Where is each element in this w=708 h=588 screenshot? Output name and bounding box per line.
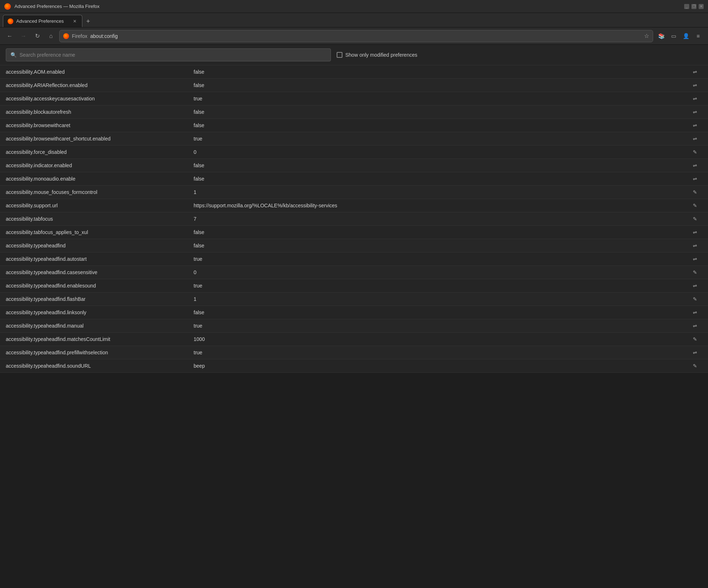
- table-row[interactable]: accessibility.typeaheadfind.linksonlyfal…: [0, 306, 708, 319]
- toggle-button[interactable]: ⇌: [690, 120, 700, 130]
- table-row[interactable]: accessibility.force_disabled0✎: [0, 146, 708, 159]
- edit-button[interactable]: ✎: [690, 214, 700, 224]
- pref-value: false: [194, 122, 688, 128]
- pref-value: false: [194, 243, 688, 248]
- table-row[interactable]: accessibility.typeaheadfind.casesensitiv…: [0, 266, 708, 279]
- pref-name: accessibility.typeaheadfind.soundURL: [6, 363, 194, 369]
- pref-value: true: [194, 136, 688, 142]
- search-input-wrapper[interactable]: 🔍: [6, 48, 331, 61]
- tab-label: Advanced Preferences: [16, 18, 69, 24]
- edit-button[interactable]: ✎: [690, 267, 700, 277]
- pref-value: false: [194, 229, 688, 235]
- edit-button[interactable]: ✎: [690, 294, 700, 304]
- modified-prefs-text: Show only modified preferences: [345, 52, 417, 58]
- home-button[interactable]: ⌂: [46, 31, 56, 42]
- pref-value: 1: [194, 296, 688, 302]
- tab-advanced-preferences[interactable]: Advanced Preferences ✕: [3, 15, 82, 27]
- pref-value: false: [194, 310, 688, 315]
- table-row[interactable]: accessibility.indicator.enabledfalse⇌: [0, 159, 708, 172]
- minimize-button[interactable]: _: [684, 4, 689, 9]
- toolbar-right: 📚 ▭ 👤 ≡: [656, 31, 704, 42]
- pref-value: 1000: [194, 336, 688, 342]
- pref-name: accessibility.accesskeycausesactivation: [6, 96, 194, 101]
- table-row[interactable]: accessibility.typeaheadfind.prefillwiths…: [0, 346, 708, 359]
- edit-button[interactable]: ✎: [690, 147, 700, 157]
- back-button[interactable]: ←: [4, 31, 15, 42]
- pref-name: accessibility.indicator.enabled: [6, 163, 194, 168]
- pref-name: accessibility.AOM.enabled: [6, 69, 194, 75]
- pref-value: true: [194, 323, 688, 329]
- forward-button[interactable]: →: [18, 31, 29, 42]
- pref-name: accessibility.blockautorefresh: [6, 109, 194, 115]
- menu-button[interactable]: ≡: [693, 31, 704, 42]
- sidebar-button[interactable]: ▭: [668, 31, 679, 42]
- restore-button[interactable]: ❐: [691, 4, 696, 9]
- toggle-button[interactable]: ⇌: [690, 80, 700, 90]
- toggle-button[interactable]: ⇌: [690, 107, 700, 117]
- table-row[interactable]: accessibility.typeaheadfind.manualtrue⇌: [0, 319, 708, 333]
- table-row[interactable]: accessibility.monoaudio.enablefalse⇌: [0, 172, 708, 186]
- table-row[interactable]: accessibility.browsewithcaretfalse⇌: [0, 119, 708, 132]
- toggle-button[interactable]: ⇌: [690, 67, 700, 77]
- table-row[interactable]: accessibility.ARIAReflection.enabledfals…: [0, 79, 708, 92]
- toggle-button[interactable]: ⇌: [690, 227, 700, 237]
- table-row[interactable]: accessibility.typeaheadfindfalse⇌: [0, 239, 708, 252]
- table-row[interactable]: accessibility.AOM.enabledfalse⇌: [0, 65, 708, 79]
- table-row[interactable]: accessibility.typeaheadfind.flashBar1✎: [0, 293, 708, 306]
- search-input[interactable]: [20, 52, 326, 58]
- pref-value: beep: [194, 363, 688, 369]
- reload-button[interactable]: ↻: [32, 31, 43, 42]
- search-bar-container: 🔍 Show only modified preferences: [0, 45, 708, 65]
- account-button[interactable]: 👤: [681, 31, 691, 42]
- table-row[interactable]: accessibility.accesskeycausesactivationt…: [0, 92, 708, 105]
- toggle-button[interactable]: ⇌: [690, 281, 700, 291]
- pref-name: accessibility.typeaheadfind.prefillwiths…: [6, 350, 194, 355]
- preferences-scroll-area[interactable]: accessibility.AOM.enabledfalse⇌accessibi…: [0, 65, 708, 588]
- nav-bar: ← → ↻ ⌂ Firefox about:config ☆ 📚 ▭ 👤 ≡: [0, 27, 708, 45]
- pref-value: true: [194, 350, 688, 355]
- toggle-button[interactable]: ⇌: [690, 94, 700, 104]
- pref-name: accessibility.typeaheadfind.casesensitiv…: [6, 269, 194, 275]
- table-row[interactable]: accessibility.tabfocus7✎: [0, 212, 708, 226]
- edit-button[interactable]: ✎: [690, 187, 700, 197]
- tab-close-button[interactable]: ✕: [72, 18, 78, 24]
- pref-value: https://support.mozilla.org/%LOCALE%/kb/…: [194, 203, 688, 208]
- table-row[interactable]: accessibility.typeaheadfind.soundURLbeep…: [0, 359, 708, 373]
- table-row[interactable]: accessibility.tabfocus_applies_to_xulfal…: [0, 226, 708, 239]
- pref-value: true: [194, 283, 688, 289]
- table-row[interactable]: accessibility.support.urlhttps://support…: [0, 199, 708, 212]
- table-row[interactable]: accessibility.mouse_focuses_formcontrol1…: [0, 186, 708, 199]
- toggle-button[interactable]: ⇌: [690, 307, 700, 317]
- pref-name: accessibility.mouse_focuses_formcontrol: [6, 189, 194, 195]
- pref-name: accessibility.typeaheadfind.enablesound: [6, 283, 194, 289]
- table-row[interactable]: accessibility.blockautorefreshfalse⇌: [0, 105, 708, 119]
- new-tab-button[interactable]: +: [82, 16, 94, 27]
- toggle-button[interactable]: ⇌: [690, 174, 700, 184]
- table-row[interactable]: accessibility.typeaheadfind.autostarttru…: [0, 252, 708, 266]
- toggle-button[interactable]: ⇌: [690, 160, 700, 170]
- modified-prefs-label[interactable]: Show only modified preferences: [337, 52, 417, 58]
- table-row[interactable]: accessibility.typeaheadfind.matchesCount…: [0, 333, 708, 346]
- pref-name: accessibility.typeaheadfind.matchesCount…: [6, 336, 194, 342]
- library-button[interactable]: 📚: [656, 31, 667, 42]
- close-button[interactable]: ✕: [699, 4, 704, 9]
- toggle-button[interactable]: ⇌: [690, 321, 700, 331]
- table-row[interactable]: accessibility.typeaheadfind.enablesoundt…: [0, 279, 708, 293]
- edit-button[interactable]: ✎: [690, 200, 700, 211]
- edit-button[interactable]: ✎: [690, 334, 700, 344]
- preferences-table: accessibility.AOM.enabledfalse⇌accessibi…: [0, 65, 708, 373]
- pref-value: false: [194, 69, 688, 75]
- toggle-button[interactable]: ⇌: [690, 254, 700, 264]
- toggle-button[interactable]: ⇌: [690, 347, 700, 358]
- address-url: about:config: [90, 33, 118, 39]
- toggle-button[interactable]: ⇌: [690, 134, 700, 144]
- toggle-button[interactable]: ⇌: [690, 241, 700, 251]
- table-row[interactable]: accessibility.browsewithcaret_shortcut.e…: [0, 132, 708, 146]
- address-scheme: Firefox: [72, 33, 87, 39]
- modified-prefs-checkbox[interactable]: [337, 52, 342, 58]
- pref-name: accessibility.typeaheadfind.linksonly: [6, 310, 194, 315]
- bookmark-star-icon[interactable]: ☆: [644, 33, 649, 39]
- title-bar: Advanced Preferences — Mozilla Firefox _…: [0, 0, 708, 13]
- address-bar[interactable]: Firefox about:config ☆: [59, 30, 653, 42]
- edit-button[interactable]: ✎: [690, 361, 700, 371]
